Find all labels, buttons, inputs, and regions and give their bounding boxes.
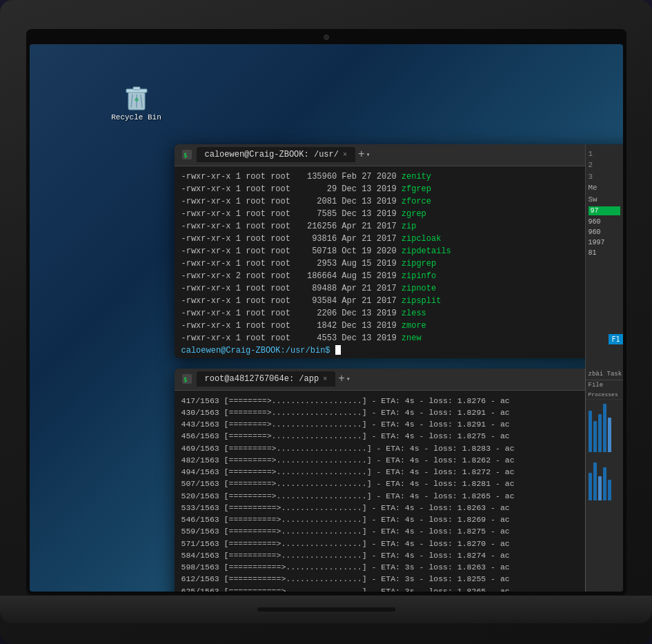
right-label-me: Me	[589, 182, 620, 194]
task-manager-menu: File	[586, 380, 623, 390]
right-val-1: 960	[589, 217, 620, 227]
f1-badge: F1	[609, 334, 622, 344]
green-badge: 97	[589, 206, 620, 215]
lower-terminal-tab-dropdown[interactable]: ▾	[346, 375, 350, 383]
svg-text:$: $	[184, 376, 187, 383]
terminal-file-line: -rwxr-xr-x 1 root root 2081 Dec 13 2019 …	[181, 195, 623, 208]
progress-line: 625/1563 [===========>................] …	[181, 585, 623, 592]
upper-terminal-tab[interactable]: caloewen@Craig-ZBOOK: /usr/ ×	[197, 147, 355, 162]
terminal-file-line: -rwxr-xr-x 1 root root 50718 Oct 19 2020…	[181, 245, 623, 257]
chart-area-2	[586, 455, 623, 503]
upper-terminal-tab-close[interactable]: ×	[343, 151, 347, 159]
progress-line: 430/1563 [========>...................] …	[181, 407, 623, 418]
terminal-file-line: -rwxr-xr-x 1 root root 89488 Apr 21 2017…	[181, 282, 623, 295]
terminal-file-line: -rwxr-xr-x 1 root root 29 Dec 13 2019 zf…	[181, 183, 623, 195]
svg-text:$: $	[184, 152, 187, 159]
upper-terminal-tab-dropdown[interactable]: ▾	[366, 150, 371, 159]
recycle-bin-icon[interactable]: ♻ Recycle Bin	[116, 82, 157, 121]
webcam	[324, 35, 329, 40]
terminal-file-line: -rwxr-xr-x 1 root root 2953 Aug 15 2019 …	[181, 257, 623, 270]
lower-terminal-tab[interactable]: root@a4812767064e: /app ×	[197, 371, 336, 387]
screen: ♻ Recycle Bin $	[30, 44, 623, 592]
upper-terminal-new-tab[interactable]: +	[358, 148, 365, 161]
progress-line: 598/1563 [===========>................] …	[181, 561, 623, 573]
progress-line: 520/1563 [=========>...................]…	[181, 490, 623, 502]
progress-line: 533/1563 [==========>.................] …	[181, 502, 623, 514]
upper-terminal-body: -rwxr-xr-x 1 root root 135960 Feb 27 202…	[175, 166, 623, 358]
terminal-prompt: caloewen@Craig-ZBOOK:/usr/bin$	[181, 344, 623, 357]
progress-line: 494/1563 [=========>...................]…	[181, 466, 623, 478]
chart-area	[586, 400, 623, 455]
terminal-file-line: -rwxr-xr-x 1 root root 135960 Feb 27 202…	[181, 170, 623, 183]
progress-line: 417/1563 [========>...................] …	[181, 395, 623, 407]
lower-terminal-icon: $	[181, 373, 192, 384]
progress-line: 546/1563 [==========>.................] …	[181, 514, 623, 525]
upper-terminal-title: caloewen@Craig-ZBOOK: /usr/	[205, 150, 339, 159]
svg-text:♻: ♻	[134, 96, 138, 104]
file-menu[interactable]: File	[589, 382, 604, 389]
laptop-frame: ♻ Recycle Bin $	[0, 0, 652, 644]
laptop-hinge	[257, 607, 395, 612]
progress-line: 456/1563 [========>...................] …	[181, 430, 623, 442]
desktop: ♻ Recycle Bin $	[30, 44, 623, 592]
terminal-file-line: -rwxr-xr-x 1 root root 93584 Apr 21 2017…	[181, 295, 623, 307]
progress-line: 469/1563 [=========>...................]…	[181, 442, 623, 454]
progress-line: 571/1563 [==========>.................] …	[181, 538, 623, 549]
terminal-icon: $	[181, 149, 192, 160]
upper-terminal-titlebar: $ caloewen@Craig-ZBOOK: /usr/ × + ▾	[175, 144, 623, 166]
upper-terminal: $ caloewen@Craig-ZBOOK: /usr/ × + ▾ -rwx…	[175, 144, 623, 358]
processes-label: Processes	[586, 390, 623, 400]
terminal-file-line: -rwxr-xr-x 1 root root 4553 Dec 13 2019 …	[181, 332, 623, 344]
right-label-sw: Sw	[589, 194, 620, 206]
progress-line: 482/1563 [=========>...................]…	[181, 454, 623, 466]
terminal-file-line: -rwxr-xr-x 1 root root 2206 Dec 13 2019 …	[181, 307, 623, 320]
progress-line: 507/1563 [=========>...................]…	[181, 478, 623, 489]
lower-terminal-new-tab[interactable]: +	[338, 373, 345, 385]
screen-bezel: ♻ Recycle Bin $	[26, 29, 626, 595]
right-num-3: 3	[589, 171, 620, 183]
right-val-2: 960	[589, 227, 620, 237]
lower-terminal-title: root@a4812767064e: /app	[205, 374, 319, 384]
terminal-file-line: -rwxr-xr-x 1 root root 93816 Apr 21 2017…	[181, 233, 623, 245]
lower-terminal-body: 417/1563 [========>...................] …	[175, 391, 623, 592]
progress-line: 559/1563 [==========>.................] …	[181, 525, 623, 537]
right-panel-upper: 1 2 3 Me Sw 97 960 960 1997 81	[586, 144, 623, 263]
laptop-base	[0, 596, 652, 623]
right-num-1: 1	[589, 148, 620, 160]
svg-rect-2	[133, 87, 140, 90]
terminal-file-line: -rwxr-xr-x 2 root root 186664 Aug 15 201…	[181, 270, 623, 282]
progress-line: 584/1563 [==========>.................] …	[181, 549, 623, 561]
recycle-bin-graphic: ♻	[123, 82, 150, 111]
right-val-3: 1997	[589, 237, 620, 248]
task-manager-title: zbài Task	[586, 369, 623, 380]
lower-terminal-titlebar: $ root@a4812767064e: /app × + ▾ ─ □ ×	[175, 369, 623, 391]
progress-line: 443/1563 [========>...................] …	[181, 418, 623, 430]
terminal-file-line: -rwxr-xr-x 1 root root 7585 Dec 13 2019 …	[181, 208, 623, 220]
right-val-4: 81	[589, 248, 620, 258]
lower-terminal: $ root@a4812767064e: /app × + ▾ ─ □ ×	[175, 369, 623, 592]
task-manager-panel: zbài Task File Processes	[585, 369, 623, 592]
lower-terminal-tab-close[interactable]: ×	[323, 375, 327, 383]
terminal-file-line: -rwxr-xr-x 1 root root 1842 Dec 13 2019 …	[181, 320, 623, 332]
recycle-bin-label: Recycle Bin	[111, 113, 161, 121]
progress-line: 612/1563 [===========>................] …	[181, 573, 623, 585]
right-num-2: 2	[589, 159, 620, 171]
terminal-file-line: -rwxr-xr-x 1 root root 216256 Apr 21 201…	[181, 220, 623, 233]
